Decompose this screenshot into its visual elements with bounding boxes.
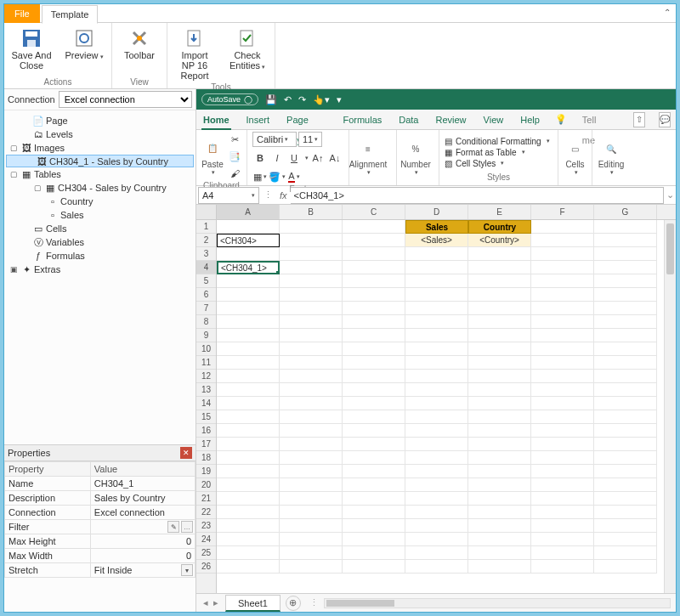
cell-C23[interactable] [343, 519, 405, 533]
cell-C20[interactable] [343, 478, 405, 492]
cells-button[interactable]: ▭Cells▾ [564, 138, 586, 176]
cell-C2[interactable] [343, 234, 405, 247]
cell-C1[interactable] [343, 220, 405, 234]
cell-D23[interactable] [405, 519, 468, 533]
prop-filter-value[interactable]: ✎… [90, 520, 195, 534]
row-header[interactable]: 17 [196, 438, 216, 451]
row-header[interactable]: 24 [196, 533, 216, 546]
cell-A20[interactable] [217, 478, 280, 492]
cell-F13[interactable] [531, 383, 594, 397]
cell-F9[interactable] [531, 329, 594, 342]
cell-F16[interactable] [531, 424, 594, 438]
cell-A10[interactable] [217, 342, 280, 356]
row-header[interactable]: 16 [196, 424, 216, 438]
add-sheet-button[interactable]: ⊕ [286, 596, 301, 611]
cell-C18[interactable] [343, 451, 405, 465]
cell-E18[interactable] [468, 451, 531, 465]
cell-D10[interactable] [405, 342, 468, 356]
expand-formula-icon[interactable]: ⌄ [664, 189, 676, 201]
editing-button[interactable]: 🔍Editing▾ [598, 138, 625, 176]
tab-home[interactable]: Home [201, 110, 231, 130]
cell-F11[interactable] [531, 356, 594, 370]
cell-D24[interactable] [405, 533, 468, 546]
format-painter-icon[interactable]: 🖌 [228, 167, 241, 180]
undo-icon[interactable]: ↶ [284, 94, 292, 105]
row-header[interactable]: 4 [196, 261, 216, 274]
row-header[interactable]: 5 [196, 274, 216, 288]
conditional-formatting-button[interactable]: ▤Conditional Formatting▾ [445, 137, 550, 146]
preview-button[interactable]: Preview▾ [64, 26, 105, 62]
row-header[interactable]: 11 [196, 356, 216, 370]
cell-G8[interactable] [594, 315, 657, 329]
cell-G2[interactable] [594, 234, 657, 247]
cell-C4[interactable] [343, 261, 405, 274]
cell-B24[interactable] [280, 533, 343, 546]
cell-B11[interactable] [280, 356, 343, 370]
cell-C21[interactable] [343, 492, 405, 506]
cell-A24[interactable] [217, 533, 280, 546]
tree-images[interactable]: Images [34, 143, 65, 153]
cell-C9[interactable] [343, 329, 405, 342]
cell-F4[interactable] [531, 261, 594, 274]
connection-select[interactable]: Excel connection [59, 91, 192, 108]
cell-E9[interactable] [468, 329, 531, 342]
cell-B23[interactable] [280, 519, 343, 533]
cell-F25[interactable] [531, 546, 594, 560]
cell-B22[interactable] [280, 506, 343, 519]
cell-A4[interactable]: <CH304_1> [217, 261, 280, 274]
cell-D8[interactable] [405, 315, 468, 329]
cell-D18[interactable] [405, 451, 468, 465]
ellipsis-icon[interactable]: … [181, 521, 193, 533]
cell-G22[interactable] [594, 506, 657, 519]
collapse-icon[interactable]: ▢ [9, 170, 19, 178]
number-button[interactable]: %Number▾ [402, 138, 429, 176]
cell-G24[interactable] [594, 533, 657, 546]
fill-color-button[interactable]: 🪣▾ [270, 170, 284, 184]
autosave-toggle[interactable]: AutoSave◯ [201, 93, 258, 105]
row-header[interactable]: 6 [196, 288, 216, 302]
font-color-button[interactable]: A▾ [287, 170, 301, 184]
cell-E19[interactable] [468, 465, 531, 478]
file-tab[interactable]: File [4, 4, 40, 23]
cell-A16[interactable] [217, 424, 280, 438]
horizontal-scrollbar[interactable] [324, 598, 671, 608]
row-header[interactable]: 25 [196, 546, 216, 560]
cell-G11[interactable] [594, 356, 657, 370]
tree-page[interactable]: Page [46, 116, 68, 126]
cell-D25[interactable] [405, 546, 468, 560]
font-name-select[interactable]: Calibri ▾ [252, 132, 297, 147]
grow-font-icon[interactable]: A↑ [311, 151, 325, 165]
cell-B21[interactable] [280, 492, 343, 506]
fx-icon[interactable]: fx [276, 190, 291, 201]
cell-D6[interactable] [405, 288, 468, 302]
row-header[interactable]: 22 [196, 506, 216, 519]
cell-A25[interactable] [217, 546, 280, 560]
format-as-table-button[interactable]: ▦Format as Table▾ [445, 148, 550, 157]
cell-C6[interactable] [343, 288, 405, 302]
cell-G17[interactable] [594, 438, 657, 451]
row-header[interactable]: 13 [196, 383, 216, 397]
tab-help[interactable]: Help [518, 110, 541, 130]
tab-review[interactable]: Review [434, 110, 468, 130]
cell-G23[interactable] [594, 519, 657, 533]
cell-E24[interactable] [468, 533, 531, 546]
cell-E11[interactable] [468, 356, 531, 370]
tab-view[interactable]: View [482, 110, 506, 130]
prop-stretch-value[interactable]: Fit Inside▾ [90, 563, 195, 578]
next-sheet-icon[interactable]: ▸ [213, 597, 218, 608]
cell-A23[interactable] [217, 519, 280, 533]
cell-E26[interactable] [468, 560, 531, 574]
pencil-icon[interactable]: ✎ [167, 521, 179, 533]
cell-G14[interactable] [594, 397, 657, 410]
cell-C16[interactable] [343, 424, 405, 438]
cell-F3[interactable] [531, 247, 594, 261]
cell-F17[interactable] [531, 438, 594, 451]
row-header[interactable]: 15 [196, 410, 216, 424]
cell-A17[interactable] [217, 438, 280, 451]
cell-F8[interactable] [531, 315, 594, 329]
cell-C7[interactable] [343, 302, 405, 315]
check-entities-button[interactable]: Check Entities▾ [227, 26, 268, 72]
prop-conn-value[interactable]: Excel connection [90, 506, 195, 520]
cell-C15[interactable] [343, 410, 405, 424]
cell-A18[interactable] [217, 451, 280, 465]
